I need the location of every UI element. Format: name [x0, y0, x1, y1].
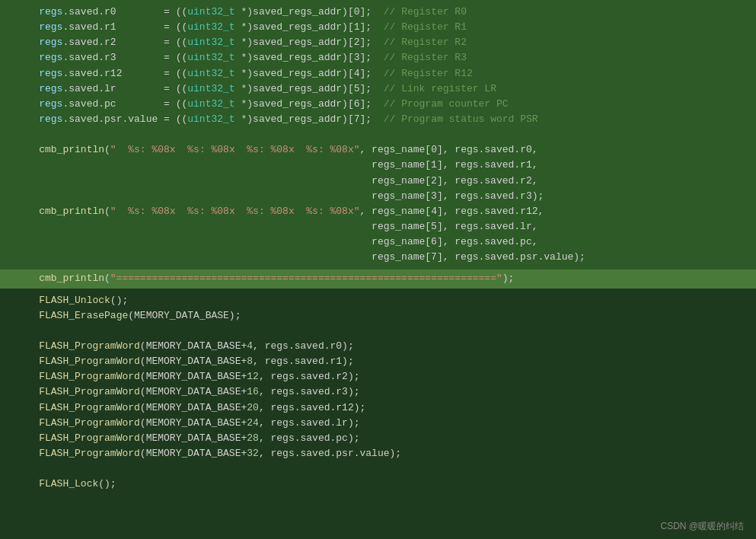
- code-line: regs_name[2], regs.saved.r2,: [15, 174, 741, 189]
- green-code-block: regs.saved.r0 = ((uint32_t *)saved_regs_…: [0, 0, 756, 270]
- code-line: FLASH_ProgramWord(MEMORY_DATA_BASE+20, r…: [15, 400, 741, 416]
- code-line: regs.saved.lr = ((uint32_t *)saved_regs_…: [15, 81, 741, 97]
- code-line: FLASH_ProgramWord(MEMORY_DATA_BASE+24, r…: [15, 416, 741, 431]
- code-line: regs.saved.r1 = ((uint32_t *)saved_regs_…: [15, 20, 741, 35]
- code-line: regs.saved.pc = ((uint32_t *)saved_regs_…: [15, 97, 741, 112]
- code-line: regs.saved.r2 = ((uint32_t *)saved_regs_…: [15, 35, 741, 50]
- watermark: CSDN @暖暖的纠结: [660, 520, 744, 533]
- code-line: FLASH_ProgramWord(MEMORY_DATA_BASE+4, re…: [15, 339, 741, 354]
- code-line: FLASH_ProgramWord(MEMORY_DATA_BASE+8, re…: [15, 354, 741, 369]
- separator-code-line: cmb_println("===========================…: [15, 271, 741, 286]
- code-line: FLASH_ProgramWord(MEMORY_DATA_BASE+32, r…: [15, 446, 741, 461]
- code-line: [15, 127, 741, 142]
- code-line: [15, 324, 741, 339]
- code-line: FLASH_ProgramWord(MEMORY_DATA_BASE+12, r…: [15, 369, 741, 384]
- code-line: regs_name[3], regs.saved.r3);: [15, 189, 741, 204]
- code-line: cmb_println(" %s: %08x %s: %08x %s: %08x…: [15, 142, 741, 158]
- code-line: FLASH_ProgramWord(MEMORY_DATA_BASE+16, r…: [15, 384, 741, 400]
- code-line: regs.saved.r3 = ((uint32_t *)saved_regs_…: [15, 50, 741, 65]
- code-line: regs_name[1], regs.saved.r1,: [15, 158, 741, 173]
- code-line: regs.saved.r0 = ((uint32_t *)saved_regs_…: [15, 5, 741, 20]
- code-line: [15, 461, 741, 477]
- code-line: regs.saved.r12 = ((uint32_t *)saved_regs…: [15, 66, 741, 81]
- code-line: FLASH_Unlock();: [15, 293, 741, 308]
- code-line: FLASH_ProgramWord(MEMORY_DATA_BASE+28, r…: [15, 431, 741, 446]
- code-line: FLASH_ErasePage(MEMORY_DATA_BASE);: [15, 308, 741, 324]
- highlight-line-block: cmb_println("===========================…: [0, 270, 756, 288]
- code-line: regs_name[5], regs.saved.lr,: [15, 219, 741, 234]
- dark-code-block: FLASH_Unlock(); FLASH_ErasePage(MEMORY_D…: [0, 289, 756, 539]
- code-line: regs_name[6], regs.saved.pc,: [15, 234, 741, 250]
- code-line: regs_name[7], regs.saved.psr.value);: [15, 250, 741, 265]
- code-line: regs.saved.psr.value = ((uint32_t *)save…: [15, 112, 741, 127]
- code-container: regs.saved.r0 = ((uint32_t *)saved_regs_…: [0, 0, 756, 539]
- code-line: FLASH_Lock();: [15, 477, 741, 492]
- code-line: cmb_println(" %s: %08x %s: %08x %s: %08x…: [15, 204, 741, 219]
